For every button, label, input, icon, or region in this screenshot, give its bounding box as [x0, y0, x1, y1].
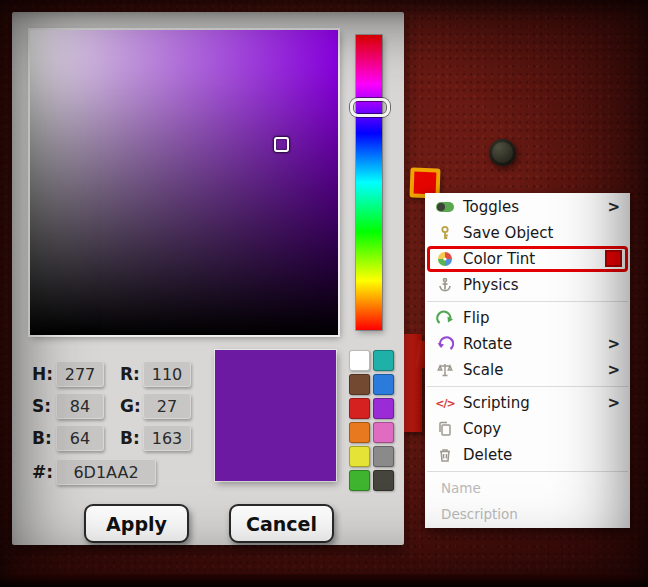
anchor-icon	[433, 276, 457, 294]
menu-item-label: Delete	[463, 446, 512, 464]
palette-swatch[interactable]	[373, 350, 394, 371]
palette-swatch[interactable]	[349, 374, 370, 395]
menu-item-label: Scripting	[463, 394, 530, 412]
menu-item-description[interactable]: Description	[425, 501, 630, 527]
g-label: G:	[120, 396, 141, 416]
apply-button[interactable]: Apply	[84, 504, 189, 543]
menu-item-rotate[interactable]: Rotate >	[425, 331, 630, 357]
r-label: R:	[120, 364, 140, 384]
scale-icon	[433, 361, 457, 379]
palette-swatch[interactable]	[349, 398, 370, 419]
menu-item-label: Copy	[463, 420, 501, 438]
palette-swatch[interactable]	[373, 422, 394, 443]
menu-item-scripting[interactable]: </> Scripting >	[425, 390, 630, 416]
palette-swatch[interactable]	[373, 398, 394, 419]
h-field[interactable]: 277	[56, 361, 104, 387]
menu-item-delete[interactable]: Delete	[425, 442, 630, 468]
menu-item-label: Toggles	[463, 198, 519, 216]
cancel-button[interactable]: Cancel	[229, 504, 334, 543]
menu-item-toggles[interactable]: Toggles >	[425, 194, 630, 220]
hue-slider-handle[interactable]	[350, 98, 390, 117]
submenu-arrow-icon: >	[607, 335, 620, 353]
palette-swatch[interactable]	[349, 446, 370, 467]
menu-item-label: Flip	[463, 309, 489, 327]
round-token-object[interactable]	[489, 139, 516, 166]
hex-field[interactable]: 6D1AA2	[56, 459, 156, 485]
b-rgb-field[interactable]: 163	[143, 425, 191, 451]
menu-item-label: Save Object	[463, 224, 553, 242]
menu-item-label: Rotate	[463, 335, 512, 353]
menu-item-physics[interactable]: Physics	[425, 272, 630, 298]
menu-item-copy[interactable]: Copy	[425, 416, 630, 442]
menu-separator	[427, 386, 628, 387]
trash-icon	[433, 446, 457, 464]
palette-swatch[interactable]	[373, 374, 394, 395]
object-context-menu: Toggles > Save Object Color Tint Physics	[425, 193, 630, 528]
scripting-icon: </>	[433, 394, 457, 412]
palette-swatch[interactable]	[373, 470, 394, 491]
r-field[interactable]: 110	[143, 361, 191, 387]
toggle-icon	[433, 198, 457, 216]
saturation-value-picker[interactable]	[30, 30, 338, 335]
menu-item-label: Scale	[463, 361, 503, 379]
menu-item-scale[interactable]: Scale >	[425, 357, 630, 383]
menu-separator	[427, 471, 628, 472]
submenu-arrow-icon: >	[607, 394, 620, 412]
current-tint-swatch	[605, 250, 622, 267]
menu-item-label: Physics	[463, 276, 518, 294]
color-preview	[215, 350, 336, 481]
s-field[interactable]: 84	[56, 393, 104, 419]
sv-cursor-handle[interactable]	[274, 137, 289, 152]
table-edge	[0, 574, 648, 587]
menu-item-save-object[interactable]: Save Object	[425, 220, 630, 246]
palette-icon	[433, 250, 457, 268]
menu-item-label: Color Tint	[463, 250, 535, 268]
submenu-arrow-icon: >	[607, 198, 620, 216]
s-label: S:	[32, 396, 51, 416]
copy-icon	[433, 420, 457, 438]
g-field[interactable]: 27	[143, 393, 191, 419]
rotate-icon	[433, 335, 457, 353]
submenu-arrow-icon: >	[607, 361, 620, 379]
palette-swatch[interactable]	[349, 422, 370, 443]
tabletop-scene: H: 277 S: 84 B: 64 R: 110 G: 27 B: 163 #…	[0, 0, 648, 587]
b-hsb-label: B:	[32, 428, 52, 448]
palette-swatch[interactable]	[349, 470, 370, 491]
preset-palette	[349, 350, 394, 491]
menu-item-label: Description	[441, 506, 518, 522]
b-rgb-label: B:	[120, 428, 140, 448]
h-label: H:	[32, 364, 53, 384]
menu-separator	[427, 301, 628, 302]
flip-icon	[433, 309, 457, 327]
menu-item-name[interactable]: Name	[425, 475, 630, 501]
menu-item-label: Name	[441, 480, 481, 496]
menu-item-color-tint[interactable]: Color Tint	[425, 246, 630, 272]
hue-slider[interactable]	[356, 35, 382, 330]
palette-swatch[interactable]	[349, 350, 370, 371]
palette-swatch[interactable]	[373, 446, 394, 467]
hex-label: #:	[32, 462, 53, 482]
key-icon	[433, 224, 457, 242]
menu-item-flip[interactable]: Flip	[425, 305, 630, 331]
color-tint-panel: H: 277 S: 84 B: 64 R: 110 G: 27 B: 163 #…	[12, 12, 404, 545]
b-hsb-field[interactable]: 64	[56, 425, 104, 451]
